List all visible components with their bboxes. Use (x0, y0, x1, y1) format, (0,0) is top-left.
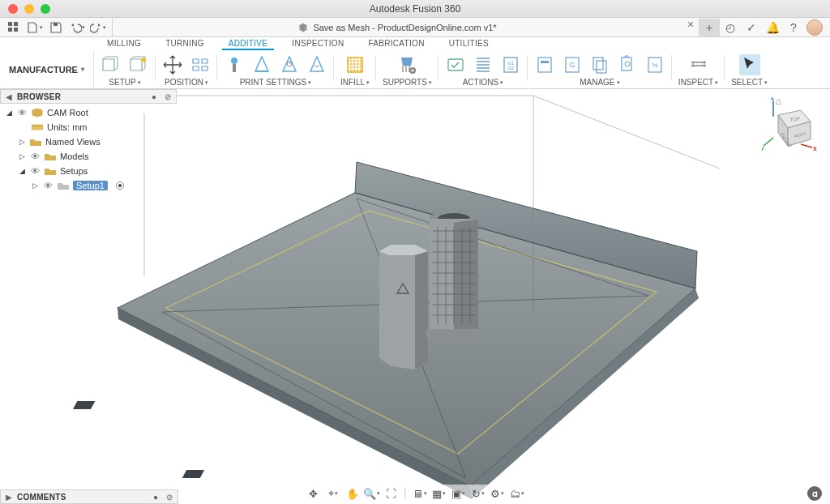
undo-button[interactable]: ▾ (68, 19, 86, 36)
camroot-label: CAM Root (47, 108, 88, 117)
simulate-button[interactable] (473, 54, 494, 75)
pan-button[interactable]: ✋ (345, 486, 360, 501)
effects-button[interactable]: ⚙▾ (490, 486, 505, 501)
infill-button[interactable] (344, 54, 366, 75)
speed-button[interactable] (279, 54, 300, 75)
redo-button[interactable]: ▾ (89, 19, 107, 36)
workspace-switcher[interactable]: MANUFACTURE▾ (0, 50, 94, 88)
browser-collapse-button[interactable]: ◀ (4, 92, 14, 101)
tree-row-setup1[interactable]: ▷ 👁 Setup1 (0, 178, 177, 193)
browser-pin-button[interactable]: ● (148, 92, 160, 101)
twisty-icon[interactable]: ▷ (31, 182, 39, 190)
twisty-icon[interactable]: ◢ (5, 109, 13, 117)
window-minimize-button[interactable] (24, 4, 34, 14)
ribbon-group-setup: SETUP▾ (94, 50, 156, 88)
filter-button[interactable]: 🗂▾ (510, 486, 524, 501)
document-tab-close-button[interactable]: × (682, 18, 699, 36)
svg-rect-0 (8, 22, 12, 26)
tree-row-camroot[interactable]: ◢ 👁 CAM Root (0, 105, 177, 120)
tree-row-setups[interactable]: ◢ 👁 Setups (0, 164, 177, 178)
new-setup-button[interactable] (101, 54, 122, 75)
tab-inspection[interactable]: INSPECTION (285, 37, 350, 50)
inspect-button[interactable] (688, 54, 709, 75)
manage-4-button[interactable] (617, 54, 638, 75)
zoom-button[interactable]: 🔍▾ (365, 486, 379, 501)
profile-button[interactable] (804, 19, 825, 36)
generate-button[interactable] (445, 54, 466, 75)
comments-panel-header[interactable]: ▶ COMMENTS ● ⊘ (0, 489, 178, 504)
autodesk-badge[interactable]: ɑ (807, 486, 822, 501)
move-button[interactable] (162, 54, 183, 75)
file-menu-button[interactable]: ▾ (26, 19, 44, 36)
select-button[interactable] (739, 54, 760, 75)
document-tab[interactable]: Save as Mesh - ProductDesignOnline.com v… (113, 18, 682, 36)
grid-settings-button[interactable]: ▦▾ (432, 486, 447, 501)
visibility-icon[interactable]: 👁 (29, 166, 41, 176)
svg-rect-18 (593, 58, 603, 70)
comments-pin-button[interactable]: ● (150, 493, 161, 502)
lookat-button[interactable]: ⌖▾ (326, 486, 340, 501)
tab-fabrication[interactable]: FABRICATION (362, 37, 430, 50)
manage-2-button[interactable]: G (562, 54, 583, 75)
display-settings-button[interactable]: 🖥▾ (413, 486, 427, 501)
infill-label: INFILL (340, 78, 365, 88)
ribbon-group-infill: INFILL▾ (334, 50, 376, 88)
manage-1-button[interactable] (534, 54, 555, 75)
data-panel-button[interactable] (5, 19, 23, 36)
window-close-button[interactable] (8, 4, 18, 14)
save-button[interactable] (47, 19, 65, 36)
active-setup-radio[interactable] (116, 182, 124, 190)
folder-icon (44, 165, 57, 177)
print-settings-button[interactable] (224, 54, 245, 75)
viewcube[interactable]: ⌂ Z Y X TOP FRONT RIGHT (773, 97, 817, 154)
viewport[interactable]: ◀ BROWSER ● ⊘ ◢ 👁 CAM Root Units: mm ▷ N… (0, 89, 830, 504)
autoarrange-button[interactable] (190, 54, 211, 75)
manage-3-button[interactable] (589, 54, 610, 75)
fit-button[interactable]: ⛶ (384, 486, 399, 501)
visibility-icon[interactable]: 👁 (42, 181, 53, 190)
setup1-label: Setup1 (73, 181, 108, 190)
svg-rect-8 (348, 58, 362, 72)
inspect-label: INSPECT (678, 78, 713, 88)
manage-5-button[interactable]: % (644, 54, 665, 75)
visibility-icon[interactable]: 👁 (16, 108, 28, 117)
ribbon-group-manage: G % MANAGE▾ (528, 50, 672, 88)
new-tab-button[interactable]: + (699, 19, 720, 36)
svg-rect-4 (53, 23, 58, 26)
visibility-icon[interactable]: 👁 (29, 152, 41, 161)
job-status-button[interactable]: ✓ (741, 19, 762, 36)
tab-turning[interactable]: TURNING (159, 37, 211, 50)
twisty-icon[interactable]: ▷ (18, 152, 26, 160)
axis-y: Y (762, 146, 764, 152)
comments-close-button[interactable]: ⊘ (165, 493, 174, 502)
tree-row-models[interactable]: ▷ 👁 Models (0, 149, 177, 164)
browser-header[interactable]: ◀ BROWSER ● ⊘ (0, 89, 177, 104)
tab-additive[interactable]: ADDITIVE (222, 37, 275, 50)
tree-row-namedviews[interactable]: ▷ Named Views (0, 135, 177, 149)
tree-row-units[interactable]: Units: mm (0, 120, 177, 135)
ribbon-group-supports: SUPPORTS▾ (376, 50, 439, 88)
position-label: POSITION (165, 78, 203, 88)
twisty-icon[interactable]: ▷ (18, 138, 26, 146)
viewport-layouts-button[interactable]: ▣▾ (451, 486, 466, 501)
orbit-button[interactable]: ✥ (306, 486, 321, 501)
browser-panel: ◀ BROWSER ● ⊘ ◢ 👁 CAM Root Units: mm ▷ N… (0, 89, 177, 194)
shell-button[interactable] (251, 54, 272, 75)
comments-expand-button[interactable]: ▶ (4, 493, 14, 502)
workspace-label: MANUFACTURE (9, 65, 78, 75)
comments-title: COMMENTS (17, 493, 66, 502)
precision-button[interactable] (306, 54, 327, 75)
window-zoom-button[interactable] (41, 4, 50, 14)
browser-close-button[interactable]: ⊘ (163, 92, 173, 101)
new-setup-star-button[interactable] (128, 54, 149, 75)
setup-label: SETUP (109, 78, 135, 88)
notifications-button[interactable]: 🔔 (762, 19, 783, 36)
tab-utilities[interactable]: UTILITIES (443, 37, 495, 50)
extensions-button[interactable]: ◴ (720, 19, 741, 36)
twisty-icon[interactable]: ◢ (18, 167, 26, 175)
tab-milling[interactable]: MILLING (101, 37, 148, 50)
supports-button[interactable] (396, 54, 417, 75)
postprocess-button[interactable]: G1G2 (500, 54, 521, 75)
snapshot-button[interactable]: ↻▾ (471, 486, 486, 501)
help-button[interactable]: ? (783, 19, 804, 36)
